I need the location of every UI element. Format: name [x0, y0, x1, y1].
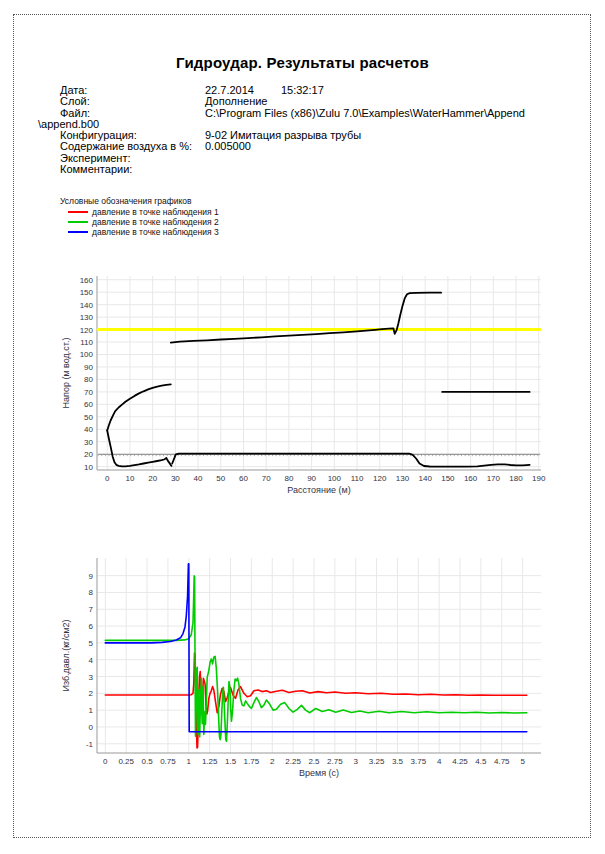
series-head-lower-envelope-left — [107, 431, 171, 467]
x-tick-label: 4.25 — [452, 757, 468, 766]
x-tick-label: 90 — [307, 474, 316, 483]
x-tick-label: 20 — [148, 474, 157, 483]
y-tick-label: 3 — [89, 673, 94, 682]
x-tick-label: 0 — [105, 474, 110, 483]
legend-label: давление в точке наблюдения 1 — [92, 207, 219, 217]
x-axis-label: Время (с) — [299, 768, 339, 778]
y-tick-label: 9 — [89, 572, 94, 581]
x-tick-label: 3.25 — [369, 757, 385, 766]
x-tick-label: 3.5 — [392, 757, 404, 766]
head-vs-distance-chart: 0102030405060708090100110120130140150160… — [55, 270, 555, 505]
x-tick-label: 30 — [171, 474, 180, 483]
y-tick-label: 5 — [89, 639, 94, 648]
chart-canvas: 0102030405060708090100110120130140150160… — [55, 270, 555, 505]
y-tick-label: 50 — [84, 413, 93, 422]
meta-row: Эксперимент: — [60, 153, 560, 164]
y-tick-label: 30 — [84, 438, 93, 447]
meta-row: Содержание воздуха в %:0.005000 — [60, 141, 560, 152]
legend-title: Условные обозначения графиков — [60, 196, 219, 206]
meta-value: \append.b00 — [38, 118, 99, 130]
x-tick-label: 0.25 — [118, 757, 134, 766]
legend-label: давление в точке наблюдения 3 — [92, 227, 219, 237]
x-tick-label: 130 — [396, 474, 410, 483]
y-tick-label: 0 — [89, 723, 94, 732]
x-tick-label: 1.5 — [225, 757, 237, 766]
y-tick-label: 60 — [84, 400, 93, 409]
chart-canvas: 00.250.50.7511.251.51.7522.252.52.7533.2… — [55, 552, 555, 787]
x-tick-label: 2.5 — [308, 757, 320, 766]
x-tick-label: 100 — [328, 474, 342, 483]
y-tick-label: 110 — [80, 338, 93, 347]
x-tick-label: 4.5 — [475, 757, 487, 766]
series-давление в точке наблюдения 1 — [105, 653, 527, 748]
x-tick-label: 3.75 — [411, 757, 427, 766]
x-tick-label: 150 — [441, 474, 455, 483]
x-tick-label: 120 — [373, 474, 387, 483]
meta-value: Дополнение — [205, 95, 267, 107]
x-tick-label: 4 — [437, 757, 442, 766]
x-tick-label: 3 — [353, 757, 358, 766]
x-tick-label: 0.75 — [160, 757, 176, 766]
x-tick-label: 140 — [418, 474, 432, 483]
metadata-block: Дата:22.7.201415:32:17Слой:ДополнениеФай… — [60, 85, 560, 175]
legend-swatch-line — [68, 211, 88, 213]
x-tick-label: 1.25 — [202, 757, 218, 766]
legend-swatch-line — [68, 221, 88, 223]
x-tick-label: 80 — [284, 474, 293, 483]
legend-label: давление в точке наблюдения 2 — [92, 217, 219, 227]
meta-row: Файл:C:\Program Files (x86)\Zulu 7.0\Exa… — [60, 108, 560, 119]
chart-legend: Условные обозначения графиков давление в… — [60, 196, 219, 237]
report-page: Гидроудар. Результаты расчетов Дата:22.7… — [0, 0, 605, 854]
meta-value: 0.005000 — [205, 140, 251, 152]
y-axis-label: Изб.давл.(кг/см2) — [61, 619, 71, 691]
y-tick-label: 8 — [89, 588, 94, 597]
y-tick-label: 100 — [80, 350, 94, 359]
y-tick-label: 20 — [84, 450, 93, 459]
y-tick-label: 10 — [84, 463, 93, 472]
y-tick-label: 7 — [89, 605, 94, 614]
y-tick-label: -1 — [86, 740, 94, 749]
x-tick-label: 180 — [509, 474, 523, 483]
x-tick-label: 0.5 — [142, 757, 154, 766]
x-tick-label: 170 — [487, 474, 501, 483]
x-tick-label: 2 — [270, 757, 275, 766]
y-tick-label: 120 — [80, 326, 94, 335]
x-tick-label: 40 — [194, 474, 203, 483]
legend-swatch-line — [68, 231, 88, 233]
meta-value: 22.7.2014 — [205, 84, 254, 96]
y-tick-label: 160 — [80, 276, 94, 285]
y-tick-label: 140 — [80, 301, 94, 310]
x-tick-label: 4.75 — [494, 757, 510, 766]
series-head-upper-envelope-left — [107, 384, 171, 430]
y-tick-label: 40 — [84, 425, 93, 434]
legend-item: давление в точке наблюдения 3 — [60, 227, 219, 237]
y-axis-label: Напор (м вод.ст.) — [61, 338, 71, 409]
x-tick-label: 70 — [262, 474, 271, 483]
legend-item: давление в точке наблюдения 2 — [60, 217, 219, 227]
x-tick-label: 110 — [351, 474, 364, 483]
y-tick-label: 2 — [89, 689, 94, 698]
x-tick-label: 2.25 — [285, 757, 301, 766]
x-tick-label: 0 — [103, 757, 108, 766]
x-tick-label: 1.75 — [244, 757, 260, 766]
x-tick-label: 60 — [239, 474, 248, 483]
x-axis-label: Расстояние (м) — [287, 485, 350, 495]
x-tick-label: 1 — [187, 757, 192, 766]
x-tick-label: 2.75 — [327, 757, 343, 766]
y-tick-label: 150 — [80, 288, 94, 297]
meta-label: Комментарии: — [60, 164, 205, 175]
y-tick-label: 130 — [80, 313, 94, 322]
series-давление в точке наблюдения 2 — [105, 576, 527, 742]
series-head-upper-main — [171, 293, 441, 343]
y-tick-label: 70 — [84, 388, 93, 397]
legend-items: давление в точке наблюдения 1давление в … — [60, 207, 219, 237]
meta-value: 9-02 Имитация разрыва трубы — [205, 129, 361, 141]
x-tick-label: 190 — [532, 474, 546, 483]
meta-value: C:\Program Files (x86)\Zulu 7.0\Examples… — [205, 107, 525, 119]
x-tick-label: 160 — [464, 474, 478, 483]
page-title: Гидроудар. Результаты расчетов — [0, 54, 605, 71]
x-tick-label: 50 — [216, 474, 225, 483]
meta-label: Слой: — [60, 96, 205, 107]
y-tick-label: 6 — [89, 622, 94, 631]
x-tick-label: 10 — [125, 474, 134, 483]
